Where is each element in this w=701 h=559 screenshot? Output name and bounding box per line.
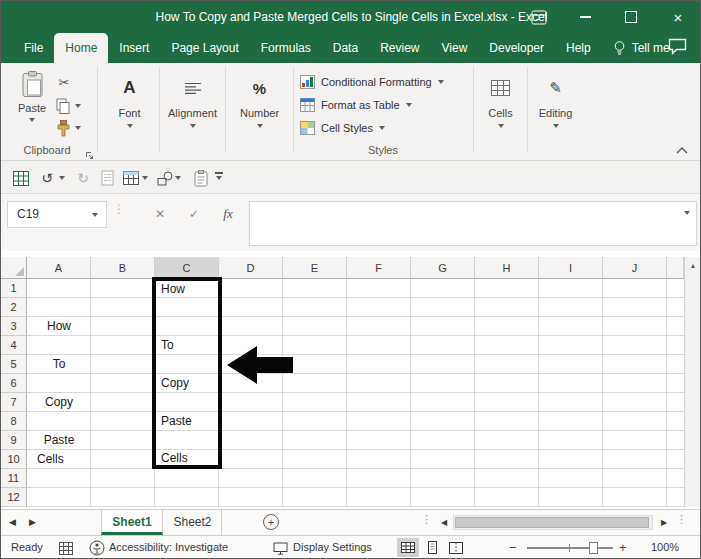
row-header-12[interactable]: 12 <box>1 488 27 507</box>
worksheet-grid[interactable] <box>27 279 684 507</box>
cell-c10[interactable]: Cells <box>161 449 217 468</box>
copy-dropdown-icon[interactable] <box>75 104 81 108</box>
row-header-1[interactable]: 1 <box>1 279 27 298</box>
col-header-i[interactable]: I <box>539 257 603 279</box>
table-tool-button[interactable] <box>11 168 31 188</box>
zoom-in-button[interactable]: + <box>619 536 627 559</box>
row-header-7[interactable]: 7 <box>1 393 27 412</box>
insert-function-button[interactable]: fx <box>215 201 241 227</box>
macro-record-button[interactable] <box>59 542 73 557</box>
cell-a10[interactable]: Cells <box>27 450 91 469</box>
view-normal-button[interactable] <box>397 538 419 557</box>
vertical-scrollbar[interactable]: ▲ ▼ <box>684 257 701 507</box>
shapes-dropdown-icon[interactable] <box>175 176 181 180</box>
maximize-button[interactable] <box>608 1 654 33</box>
tab-insert[interactable]: Insert <box>108 33 160 63</box>
zoom-slider-thumb[interactable] <box>589 542 598 554</box>
horizontal-scrollbar[interactable] <box>453 515 653 530</box>
row-header-4[interactable]: 4 <box>1 336 27 355</box>
row-header-8[interactable]: 8 <box>1 412 27 431</box>
editing-group-button[interactable]: ✎ Editing <box>529 69 582 155</box>
col-header-e[interactable]: E <box>283 257 347 279</box>
format-painter-button[interactable] <box>56 120 71 141</box>
shapes-button[interactable] <box>155 168 175 188</box>
ribbon-display-options-button[interactable] <box>516 1 562 33</box>
clipboard-pane-button[interactable] <box>191 168 211 188</box>
col-header-d[interactable]: D <box>219 257 283 279</box>
tab-splitter-grip[interactable]: ⋮ <box>421 513 432 526</box>
cell-styles-button[interactable]: Cell Styles <box>300 117 385 138</box>
row-header-10[interactable]: 10 <box>1 450 27 469</box>
zoom-slider-track[interactable] <box>527 547 613 549</box>
redo-button[interactable]: ↻ <box>73 168 93 188</box>
enter-button[interactable]: ✓ <box>181 201 207 227</box>
formula-expand-icon[interactable] <box>684 211 690 215</box>
scroll-up-button[interactable]: ▲ <box>685 257 701 273</box>
comments-button[interactable] <box>667 37 688 59</box>
name-box-dropdown-icon[interactable] <box>92 213 98 217</box>
tab-developer[interactable]: Developer <box>478 33 555 63</box>
zoom-level-label[interactable]: 100% <box>651 536 679 559</box>
cell-a9[interactable]: Paste <box>27 431 91 450</box>
cell-c1[interactable]: How <box>161 280 217 299</box>
col-header-b[interactable]: B <box>91 257 155 279</box>
insert-table-button[interactable] <box>121 168 141 188</box>
alignment-group-button[interactable]: Alignment <box>161 69 224 155</box>
name-box[interactable]: C19 <box>7 201 107 228</box>
cell-a7[interactable]: Copy <box>27 393 91 412</box>
conditional-formatting-button[interactable]: Conditional Formatting <box>300 71 444 92</box>
cancel-button[interactable]: ✕ <box>147 201 173 227</box>
minimize-button[interactable] <box>562 1 608 33</box>
copy-button[interactable] <box>56 98 70 119</box>
cell-c8[interactable]: Paste <box>161 412 217 431</box>
cell-c4[interactable]: To <box>161 336 217 355</box>
cell-a3[interactable]: How <box>27 317 91 336</box>
format-painter-dropdown-icon[interactable] <box>75 126 81 130</box>
accessibility-label[interactable]: Accessibility: Investigate <box>109 536 228 559</box>
format-as-table-button[interactable]: Format as Table <box>300 94 412 115</box>
document-tool-button[interactable] <box>97 168 117 188</box>
tab-data[interactable]: Data <box>322 33 369 63</box>
tab-help[interactable]: Help <box>555 33 602 63</box>
col-header-h[interactable]: H <box>475 257 539 279</box>
row-header-6[interactable]: 6 <box>1 374 27 393</box>
tab-view[interactable]: View <box>431 33 479 63</box>
pane-splitter-grip[interactable]: ⋮ <box>676 513 687 526</box>
view-page-layout-button[interactable] <box>421 538 443 557</box>
close-button[interactable]: × <box>654 1 701 33</box>
font-group-button[interactable]: A Font <box>101 69 158 155</box>
select-all-button[interactable] <box>1 257 27 279</box>
horizontal-scroll-thumb[interactable] <box>455 517 649 528</box>
col-header-c[interactable]: C <box>155 257 219 279</box>
name-box-splitter[interactable]: ⋮ <box>113 202 125 216</box>
insert-table-dropdown-icon[interactable] <box>142 176 148 180</box>
paste-button[interactable]: Paste <box>13 69 51 141</box>
tab-page-layout[interactable]: Page Layout <box>160 33 249 63</box>
hscroll-right-button[interactable]: ▶ <box>657 515 671 530</box>
display-settings-label[interactable]: Display Settings <box>293 536 372 559</box>
row-header-11[interactable]: 11 <box>1 469 27 488</box>
row-header-3[interactable]: 3 <box>1 317 27 336</box>
formula-input[interactable] <box>249 201 697 246</box>
sheet-nav-left-icon[interactable]: ◀ <box>9 510 16 535</box>
cut-button[interactable]: ✂ <box>55 75 73 93</box>
tab-formulas[interactable]: Formulas <box>250 33 322 63</box>
hscroll-left-button[interactable]: ◀ <box>437 515 451 530</box>
tab-file[interactable]: File <box>13 33 54 63</box>
row-header-5[interactable]: 5 <box>1 355 27 374</box>
number-group-button[interactable]: % Number <box>227 69 292 155</box>
zoom-out-button[interactable]: − <box>509 536 517 559</box>
col-header-a[interactable]: A <box>27 257 91 279</box>
col-header-f[interactable]: F <box>347 257 411 279</box>
undo-dropdown-icon[interactable] <box>59 176 65 180</box>
view-page-break-button[interactable] <box>445 538 467 557</box>
col-header-j[interactable]: J <box>603 257 667 279</box>
tab-sheet2[interactable]: Sheet2 <box>164 510 222 535</box>
undo-button[interactable]: ↺ <box>37 168 57 188</box>
collapse-ribbon-button[interactable] <box>675 141 689 159</box>
qat-more-commands-button[interactable] <box>215 172 223 180</box>
tab-sheet1[interactable]: Sheet1 <box>101 510 163 535</box>
tab-review[interactable]: Review <box>369 33 430 63</box>
new-sheet-button[interactable]: + <box>263 514 279 530</box>
row-header-2[interactable]: 2 <box>1 298 27 317</box>
